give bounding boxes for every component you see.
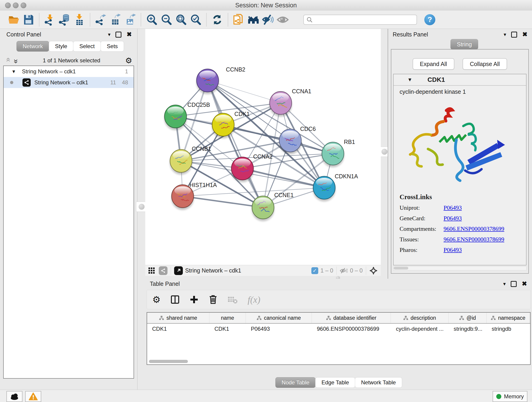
table-cell: cyclin-dependent ...: [391, 326, 449, 332]
memory-button[interactable]: Memory: [493, 391, 527, 402]
expand-all-networks-icon[interactable]: «: [13, 57, 17, 64]
network-group-row[interactable]: ▼ String Network – cdk1 1: [4, 66, 133, 77]
network-options-gear-icon[interactable]: ⚙: [125, 57, 132, 64]
results-scrollbar-thumb[interactable]: [394, 267, 408, 269]
share-document-icon[interactable]: [232, 13, 245, 27]
selected-checkbox[interactable]: ✓: [311, 267, 318, 274]
network-node-count: 11: [110, 79, 116, 86]
import-table-icon[interactable]: [73, 13, 86, 27]
panel-close-icon[interactable]: ✖: [127, 32, 132, 38]
crosslink-link[interactable]: P06493: [443, 247, 462, 254]
add-column-icon[interactable]: [190, 295, 199, 304]
show-all-icon[interactable]: [276, 13, 289, 27]
warning-icon: [29, 392, 38, 401]
column-header-namespace[interactable]: namespace: [487, 313, 530, 323]
node-table: shared namenamecanonical namedatabase id…: [147, 312, 531, 365]
gene-collapse-triangle-icon[interactable]: ▼: [407, 77, 412, 83]
refresh-icon[interactable]: [210, 13, 224, 27]
panel-float-icon[interactable]: [511, 32, 517, 38]
control-panel-title: Control Panel: [6, 31, 41, 38]
network-view-toolbar: String Network – cdk1 ✓ 1 – 0 0 – 0: [145, 265, 381, 276]
crosslink-row: Tissues:9606.ENSP00000378699: [399, 236, 526, 243]
delete-column-icon[interactable]: [209, 295, 217, 304]
toolbar-separator: [141, 13, 141, 26]
left-splitter[interactable]: [138, 29, 145, 390]
group-expand-triangle-icon[interactable]: ▼: [12, 69, 16, 74]
export-network-icon[interactable]: [94, 13, 108, 27]
crosslink-link[interactable]: 9606.ENSP00000378699: [443, 236, 504, 243]
panel-collapse-icon[interactable]: ▾: [108, 32, 110, 37]
crosslink-link[interactable]: P06493: [443, 204, 462, 211]
right-splitter[interactable]: [381, 29, 388, 279]
birdseye-grid-icon[interactable]: [148, 268, 155, 274]
automation-cloud-button[interactable]: [6, 391, 22, 402]
panel-float-icon[interactable]: [115, 32, 121, 38]
network-view[interactable]: CCNB2CCNA1CDC25BCDK1CDC6RB1CCNB1CCNA2HIS…: [145, 29, 381, 265]
hidden-eye-icon: [340, 268, 348, 274]
column-header--id[interactable]: @id: [449, 313, 487, 323]
edge-cdk1-rb1[interactable]: [223, 125, 333, 153]
zoom-out-icon[interactable]: [160, 13, 173, 27]
table-options-gear-icon[interactable]: ⚙: [152, 294, 161, 305]
crosslink-link[interactable]: P06493: [443, 215, 462, 222]
open-in-browser-button[interactable]: [174, 266, 183, 275]
node-label-ccnb2: CCNB2: [226, 66, 245, 73]
panel-close-icon[interactable]: ✖: [522, 32, 527, 38]
search-field[interactable]: [303, 15, 417, 25]
node-label-ccnb1: CCNB1: [192, 146, 211, 152]
tab-select[interactable]: Select: [73, 41, 101, 51]
crosslink-link[interactable]: 9606.ENSP00000378699: [443, 225, 504, 232]
tab-network-table[interactable]: Network Table: [355, 377, 402, 388]
node-gloss: [325, 144, 341, 153]
help-icon[interactable]: ?: [424, 14, 435, 25]
panel-collapse-icon[interactable]: ▾: [503, 281, 506, 287]
table-row[interactable]: CDK1CDK1P064939606.ENSP00000378699cyclin…: [147, 324, 530, 334]
show-columns-icon[interactable]: [171, 295, 179, 304]
results-panel: Results Panel ▾ ✖ String Expand All Coll…: [388, 29, 532, 279]
expand-all-button[interactable]: Expand All: [413, 58, 454, 70]
import-network-from-database-icon[interactable]: [58, 13, 71, 27]
column-header-canonical-name[interactable]: canonical name: [246, 313, 312, 323]
results-scrollbar[interactable]: [393, 266, 526, 270]
tab-sets[interactable]: Sets: [101, 41, 124, 51]
fit-selected-crosshair-icon[interactable]: [369, 267, 378, 275]
open-session-icon[interactable]: [7, 13, 20, 27]
tab-string[interactable]: String: [450, 39, 478, 50]
zoom-in-icon[interactable]: [145, 13, 158, 27]
first-neighbors-icon[interactable]: [247, 13, 260, 27]
warnings-button[interactable]: [25, 391, 41, 402]
node-gloss: [282, 131, 298, 139]
title-bar: Session: New Session: [0, 0, 532, 11]
edge-hist1h1a-ccne1[interactable]: [183, 196, 263, 207]
table-cell: stringdb: [487, 326, 530, 332]
crosslink-row: GeneCard:P06493: [399, 215, 526, 222]
column-header-shared-name[interactable]: shared name: [147, 313, 209, 323]
zoom-fit-icon[interactable]: [174, 13, 188, 27]
import-network-icon[interactable]: [43, 13, 57, 27]
column-header-name[interactable]: name: [209, 313, 246, 323]
edge-ccnb2-ccna1[interactable]: [208, 80, 281, 103]
panel-collapse-icon[interactable]: ▾: [504, 32, 506, 37]
crosslink-label: Uniprot:: [399, 204, 443, 211]
save-session-icon[interactable]: [22, 13, 35, 27]
node-label-ccna1: CCNA1: [292, 88, 311, 95]
search-input[interactable]: [312, 16, 417, 23]
collapse-all-button[interactable]: Collapse All: [462, 58, 507, 70]
table-hscrollbar[interactable]: [149, 360, 528, 364]
tab-node-table[interactable]: Node Table: [275, 377, 316, 388]
tab-style[interactable]: Style: [49, 41, 73, 51]
share-view-button[interactable]: [159, 266, 167, 275]
tab-network[interactable]: Network: [17, 41, 49, 51]
column-header-database-identifier[interactable]: database identifier: [312, 313, 391, 323]
network-row-selected[interactable]: String Network – cdk1 11 48: [4, 77, 133, 88]
tab-edge-table[interactable]: Edge Table: [315, 377, 355, 388]
panel-close-icon[interactable]: ✖: [522, 281, 527, 287]
panel-float-icon[interactable]: [511, 281, 517, 287]
zoom-selected-icon[interactable]: [189, 13, 202, 27]
column-header-description[interactable]: description: [391, 313, 449, 323]
table-hscrollbar-thumb[interactable]: [149, 360, 188, 363]
export-table-icon[interactable]: [109, 13, 122, 27]
hide-selected-icon[interactable]: [261, 13, 275, 27]
export-image-icon[interactable]: [123, 13, 137, 27]
column-label: canonical name: [264, 315, 301, 321]
